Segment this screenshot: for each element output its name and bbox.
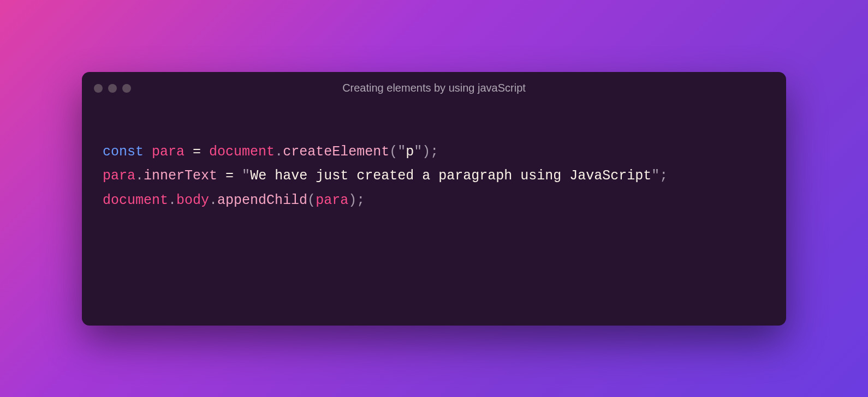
- string-token: We have just created a paragraph using J…: [250, 168, 651, 184]
- titlebar: Creating elements by using javaScript: [82, 72, 786, 105]
- code-block: const para = document.createElement("p")…: [82, 105, 786, 230]
- keyword-token: const: [103, 144, 144, 160]
- string-token: p: [406, 144, 414, 160]
- identifier-token: para: [103, 168, 135, 184]
- window-title: Creating elements by using javaScript: [342, 82, 526, 94]
- window-controls: [94, 84, 131, 93]
- minimize-dot-icon[interactable]: [108, 84, 117, 93]
- property-token: innerText: [144, 168, 217, 184]
- property-token: body: [176, 193, 209, 208]
- punct-token: .: [275, 144, 283, 160]
- punct-token: ;: [659, 168, 668, 184]
- code-line: const para = document.createElement("p")…: [103, 144, 438, 160]
- operator-token: =: [193, 144, 201, 160]
- builtin-token: document: [209, 144, 275, 160]
- method-token: appendChild: [217, 193, 307, 208]
- method-token: createElement: [283, 144, 389, 160]
- string-quote: ": [397, 144, 406, 160]
- punct-token: .: [168, 193, 176, 208]
- punct-token: .: [209, 193, 217, 208]
- punct-token: ): [422, 144, 430, 160]
- close-dot-icon[interactable]: [94, 84, 103, 93]
- operator-token: =: [225, 168, 234, 184]
- punct-token: (: [307, 193, 316, 208]
- string-quote: ": [414, 144, 422, 160]
- code-line: para.innerText = "We have just created a…: [103, 168, 668, 184]
- identifier-token: para: [316, 193, 348, 208]
- punct-token: (: [389, 144, 397, 160]
- string-quote: ": [242, 168, 250, 184]
- builtin-token: document: [103, 193, 168, 208]
- punct-token: ): [348, 193, 356, 208]
- identifier-token: para: [152, 144, 185, 160]
- code-window: Creating elements by using javaScript co…: [82, 72, 786, 326]
- code-line: document.body.appendChild(para);: [103, 193, 365, 208]
- maximize-dot-icon[interactable]: [122, 84, 131, 93]
- punct-token: ;: [356, 193, 365, 208]
- punct-token: .: [135, 168, 144, 184]
- punct-token: ;: [430, 144, 438, 160]
- string-quote: ": [651, 168, 659, 184]
